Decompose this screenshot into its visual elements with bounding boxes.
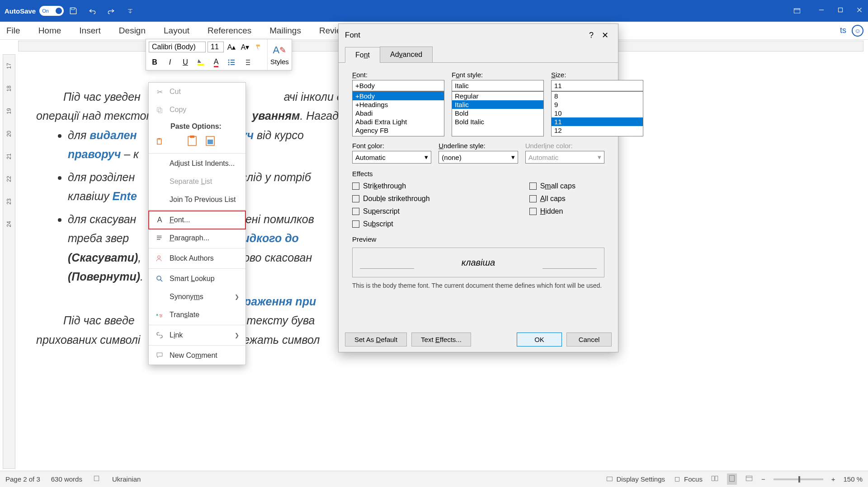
display-settings-icon[interactable]: Display Settings <box>606 475 665 483</box>
bold-icon[interactable]: B <box>149 56 160 68</box>
preview-note: This is the body theme font. The current… <box>352 282 604 289</box>
font-name-input[interactable] <box>352 80 444 91</box>
print-layout-icon[interactable] <box>727 473 737 485</box>
ctx-translate[interactable]: a字Translate <box>149 306 245 324</box>
tab-mailings[interactable]: Mailings <box>268 26 303 36</box>
ctx-copy[interactable]: Copy <box>149 101 245 119</box>
tab-design[interactable]: Design <box>117 26 147 36</box>
svg-rect-15 <box>246 62 250 63</box>
font-style-list[interactable]: Regular Italic Bold Bold Italic <box>452 91 544 136</box>
underline-style-select[interactable]: (none)▾ <box>439 151 518 164</box>
dialog-tab-font[interactable]: Font <box>345 47 380 63</box>
undo-icon[interactable] <box>87 6 97 16</box>
tab-file[interactable]: File <box>5 26 22 36</box>
ctx-link[interactable]: Link❯ <box>149 326 245 344</box>
bullets-icon[interactable] <box>226 56 237 68</box>
paste-keep-source-icon[interactable] <box>186 134 199 148</box>
font-size-list[interactable]: 8 9 10 11 12 <box>551 91 643 136</box>
ok-button[interactable]: OK <box>517 332 562 347</box>
underline-color-label: Underline color: <box>525 142 604 150</box>
underline-color-select[interactable]: Automatic▾ <box>525 151 604 164</box>
web-layout-icon[interactable] <box>745 474 753 484</box>
minimize-button[interactable] <box>817 6 826 16</box>
font-style-input[interactable] <box>452 80 544 91</box>
format-painter-icon[interactable] <box>253 41 264 53</box>
mini-styles[interactable]: Styles <box>270 58 289 66</box>
ctx-smart-lookup[interactable]: Smart Lookup <box>149 270 245 288</box>
ctx-new-comment[interactable]: New Comment <box>149 347 245 365</box>
ctx-adjust-list-indents[interactable]: Adjust List Indents... <box>149 155 245 173</box>
maximize-button[interactable] <box>836 6 844 16</box>
ctx-synonyms[interactable]: Synonyms❯ <box>149 288 245 306</box>
svg-text:字: 字 <box>159 314 163 318</box>
ctx-cut[interactable]: ✂Cut <box>149 83 245 101</box>
zoom-out-button[interactable]: − <box>761 475 765 483</box>
chevron-down-icon: ▾ <box>511 153 515 161</box>
highlight-icon[interactable] <box>195 56 207 68</box>
grow-font-icon[interactable]: A▴ <box>226 41 237 53</box>
ctx-separate-list[interactable]: Separate List <box>149 173 245 191</box>
svg-line-30 <box>160 280 163 282</box>
tab-insert[interactable]: Insert <box>77 26 103 36</box>
truncated-tab[interactable]: ts <box>840 26 846 35</box>
numbering-icon[interactable] <box>241 56 253 68</box>
set-as-default-button[interactable]: Set As Default <box>345 332 407 347</box>
zoom-level[interactable]: 150 % <box>843 475 863 483</box>
clear-format-icon[interactable]: A✎ <box>273 44 287 56</box>
svg-rect-17 <box>157 108 161 112</box>
zoom-in-button[interactable]: + <box>831 475 835 483</box>
paste-picture-icon[interactable] <box>204 134 217 148</box>
svg-rect-37 <box>746 476 752 481</box>
ctx-block-authors[interactable]: Block Authors <box>149 249 245 267</box>
save-icon[interactable] <box>68 6 78 16</box>
strikethrough-checkbox[interactable]: Strikethrough <box>352 182 430 190</box>
italic-icon[interactable]: I <box>164 56 176 68</box>
font-size-label: Size: <box>551 71 643 79</box>
subscript-checkbox[interactable]: Subscript <box>352 220 430 228</box>
superscript-checkbox[interactable]: Superscript <box>352 207 430 215</box>
mini-font-name[interactable] <box>149 42 206 52</box>
font-name-list[interactable]: +Body +Headings Abadi Abadi Extra Light … <box>352 91 444 136</box>
status-page[interactable]: Page 2 of 3 <box>5 475 40 483</box>
text-effects-button[interactable]: Text Effects... <box>411 332 471 347</box>
shrink-font-icon[interactable]: A▾ <box>239 41 251 53</box>
small-caps-checkbox[interactable]: Small caps <box>529 182 576 190</box>
dialog-close-button[interactable]: ✕ <box>598 28 612 42</box>
double-strikethrough-checkbox[interactable]: Double strikethrough <box>352 195 430 203</box>
status-words[interactable]: 630 words <box>51 475 82 483</box>
tab-references[interactable]: References <box>206 26 253 36</box>
zoom-slider[interactable] <box>774 478 823 480</box>
status-spellcheck-icon[interactable] <box>93 474 101 484</box>
mini-font-size[interactable] <box>208 42 224 52</box>
font-color-select[interactable]: Automatic▾ <box>352 151 431 164</box>
font-color-label: Font color: <box>352 142 431 150</box>
redo-icon[interactable] <box>106 6 116 16</box>
svg-rect-9 <box>231 60 235 61</box>
tab-home[interactable]: Home <box>37 26 63 36</box>
font-color-icon[interactable]: A <box>210 56 222 68</box>
status-language[interactable]: Ukrainian <box>112 475 141 483</box>
tab-layout[interactable]: Layout <box>162 26 191 36</box>
customize-qat-icon[interactable] <box>125 6 135 16</box>
ctx-font[interactable]: AFont... <box>149 211 245 229</box>
focus-mode-button[interactable]: Focus <box>673 475 703 483</box>
svg-rect-35 <box>675 477 679 481</box>
ribbon-display-icon[interactable] <box>792 6 802 16</box>
cancel-button[interactable]: Cancel <box>566 332 612 347</box>
all-caps-checkbox[interactable]: All caps <box>529 195 576 203</box>
feedback-icon[interactable]: ☺ <box>852 25 863 37</box>
ctx-join-list[interactable]: Join To Previous List <box>149 191 245 209</box>
ctx-paragraph[interactable]: Paragraph... <box>149 229 245 247</box>
svg-rect-11 <box>231 62 235 63</box>
dialog-tab-advanced[interactable]: Advanced <box>380 47 433 62</box>
read-mode-icon[interactable] <box>711 474 719 484</box>
underline-icon[interactable]: U <box>179 56 191 68</box>
svg-rect-13 <box>231 64 235 65</box>
autosave-toggle[interactable]: On <box>39 6 64 16</box>
close-button[interactable] <box>855 6 863 16</box>
font-size-input[interactable] <box>551 80 643 91</box>
hidden-checkbox[interactable]: Hidden <box>529 207 576 215</box>
dialog-help-button[interactable]: ? <box>585 28 598 42</box>
svg-rect-16 <box>246 64 250 65</box>
vertical-ruler[interactable]: 1718 1920 2122 2324 <box>3 54 15 469</box>
